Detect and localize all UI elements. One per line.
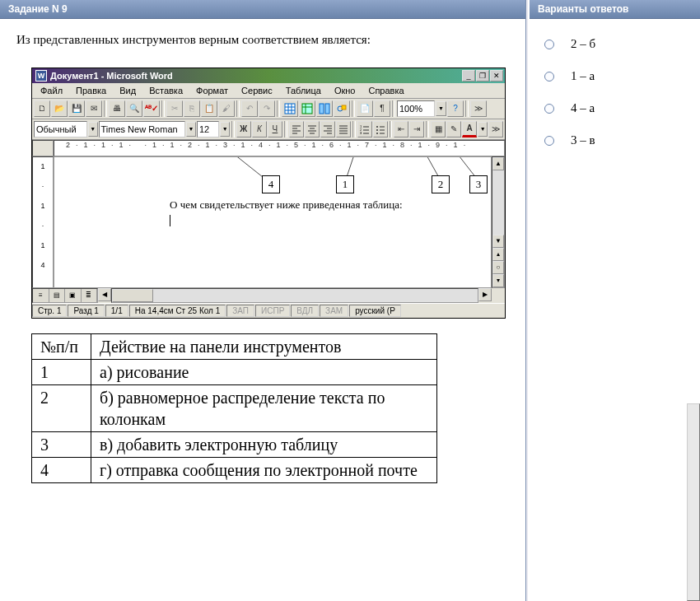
svg-rect-11 [342,105,346,109]
prev-page-icon[interactable]: ▴ [492,248,504,261]
font-size-dropdown[interactable]: 12 [197,121,219,137]
minimize-button[interactable]: _ [462,70,475,82]
row-num: 3 [32,431,91,457]
font-color-dropdown-arrow[interactable]: ▼ [478,122,488,137]
zoom-dropdown[interactable]: 100% [397,100,435,117]
scroll-right-icon[interactable]: ▶ [478,288,492,301]
new-doc-icon[interactable]: 🗋 [34,100,50,117]
help-icon[interactable]: ? [447,100,464,117]
menu-help[interactable]: Справка [363,85,408,96]
menu-format[interactable]: Формат [191,85,233,96]
table-header-row: №п/п Действие на панели инструментов [32,333,437,359]
mail-icon[interactable]: ✉ [86,100,102,117]
align-center-icon[interactable] [305,121,320,137]
align-justify-icon[interactable] [336,121,351,137]
more-formatting-icon[interactable]: ≫ [488,121,503,137]
redo-icon[interactable]: ↷ [259,100,275,117]
style-dropdown-arrow[interactable]: ▼ [88,122,98,137]
bold-icon[interactable]: Ж [236,121,251,137]
align-right-icon[interactable] [320,121,335,137]
answer-option[interactable]: 4 – а [544,101,685,115]
increase-indent-icon[interactable]: ⇥ [409,121,424,137]
numbering-icon[interactable]: 123 [357,121,372,137]
font-dropdown-arrow[interactable]: ▼ [186,122,196,137]
web-view-icon[interactable]: ▤ [49,289,66,302]
decrease-indent-icon[interactable]: ⇤ [394,121,408,137]
svg-rect-8 [320,104,324,114]
more-buttons-icon[interactable]: ≫ [470,100,487,117]
scroll-up-icon[interactable]: ▲ [492,157,504,170]
scroll-left-icon[interactable]: ◀ [98,288,111,301]
normal-view-icon[interactable]: ≡ [33,289,49,302]
highlight-icon[interactable]: ✎ [446,121,461,137]
menu-table[interactable]: Таблица [281,85,326,96]
callout-1: 1 [336,175,354,193]
print-preview-icon[interactable]: 🔍 [126,100,142,117]
print-layout-icon[interactable]: ▣ [65,289,82,302]
scroll-down-icon[interactable]: ▼ [492,235,504,248]
page-scrollbar[interactable] [687,403,700,601]
align-left-icon[interactable] [289,121,304,137]
print-icon[interactable]: 🖶 [109,100,125,117]
header-num: №п/п [32,333,91,359]
borders-icon[interactable]: ▦ [431,121,446,137]
font-dropdown[interactable]: Times New Roman [99,121,186,137]
outline-view-icon[interactable]: ≣ [82,289,98,302]
table-row: 1 а) рисование [32,359,437,384]
menu-tools[interactable]: Сервис [236,85,278,96]
format-painter-icon[interactable]: 🖌 [218,100,235,117]
italic-icon[interactable]: К [252,121,267,137]
insert-excel-icon[interactable] [299,100,315,117]
status-pagecount: 1/1 [105,305,128,317]
cut-icon[interactable]: ✂ [166,100,183,117]
copy-icon[interactable]: ⎘ [184,100,200,117]
restore-button[interactable]: ❐ [476,70,489,82]
next-page-icon[interactable]: ▾ [492,274,504,287]
horizontal-ruler[interactable]: 2·1·1·1· ·1·1·2·1·3·1·4·1·5·1·6·1·7·1·8·… [54,140,505,156]
style-dropdown[interactable]: Обычный [34,121,87,137]
paragraph-marks-icon[interactable]: ¶ [374,100,390,117]
save-icon[interactable]: 💾 [68,100,85,117]
vertical-ruler[interactable]: 1 · 1 · 1 4 [32,156,54,288]
radio-icon[interactable] [544,72,554,82]
scroll-thumb[interactable] [112,289,153,302]
document-page[interactable]: 4 1 2 3 О чем свидетельствует ниже приве… [54,156,492,288]
menu-insert[interactable]: Вставка [144,85,188,96]
doc-map-icon[interactable]: 📄 [357,100,373,117]
v-ruler-mark: 1 [40,241,44,249]
radio-icon[interactable] [544,136,554,146]
insert-table-icon[interactable] [282,100,298,117]
bullets-icon[interactable] [373,121,388,137]
paste-icon[interactable]: 📋 [201,100,217,117]
row-action: а) рисование [91,359,437,384]
spelling-icon[interactable]: ᴬᴮ✓ [143,100,160,117]
menu-edit[interactable]: Правка [71,85,111,96]
horizontal-scrollbar[interactable] [111,288,478,303]
question-text: Из представленных инструментов верным со… [16,30,509,49]
row-num: 4 [32,457,91,482]
question-pane: Задание N 9 Из представленных инструмент… [0,0,526,601]
menu-file[interactable]: Файл [35,85,68,96]
radio-icon[interactable] [544,104,554,114]
font-color-icon[interactable]: A [462,121,477,137]
row-action: г) отправка сообщения по электронной поч… [91,457,437,482]
answer-option[interactable]: 1 – а [544,69,685,83]
svg-text:3: 3 [360,131,362,135]
open-icon[interactable]: 📂 [51,100,68,117]
status-page: Стр. 1 [32,305,67,317]
zoom-dropdown-arrow[interactable]: ▼ [436,101,446,116]
menu-view[interactable]: Вид [114,85,141,96]
vertical-scrollbar[interactable]: ▲ ▼ ▴ ○ ▾ [492,156,505,288]
status-language: русский (Р [349,305,401,317]
underline-icon[interactable]: Ч [268,121,282,137]
close-button[interactable]: ✕ [490,70,503,82]
browse-object-icon[interactable]: ○ [492,261,504,274]
menu-window[interactable]: Окно [329,85,361,96]
answer-option[interactable]: 3 – в [544,133,685,147]
drawing-icon[interactable] [334,100,350,117]
radio-icon[interactable] [544,40,554,49]
undo-icon[interactable]: ↶ [241,100,258,117]
columns-icon[interactable] [316,100,333,117]
font-size-dropdown-arrow[interactable]: ▼ [220,122,230,137]
answer-option[interactable]: 2 – б [544,37,685,51]
